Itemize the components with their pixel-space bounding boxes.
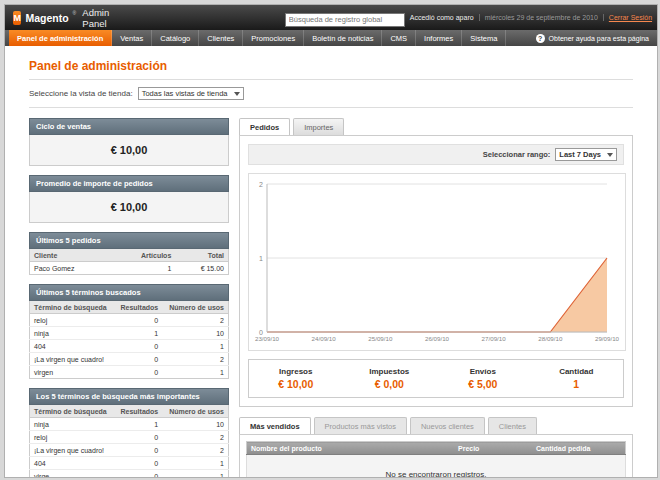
table-row: ninja110: [30, 327, 229, 340]
table-row: ¡La virgen que cuadro!02: [30, 353, 229, 366]
nav-item[interactable]: Ventas: [112, 30, 152, 46]
svg-text:29/09/10: 29/09/10: [595, 335, 620, 342]
svg-text:2: 2: [259, 181, 263, 188]
cell: ¡La virgen que cuadro!: [30, 444, 115, 457]
column-header: Número de usos: [162, 301, 228, 314]
cell: 1: [162, 457, 228, 470]
svg-text:1: 1: [259, 255, 263, 262]
cell: Paco Gomez: [30, 262, 112, 275]
current-date: miércoles 29 de septiembre de 2010: [479, 14, 603, 21]
cell: ninja: [30, 327, 115, 340]
range-select[interactable]: Last 7 Days: [555, 148, 617, 161]
totals-bar: Ingresos € 10,00 Impuestos € 0,00 Envíos…: [248, 359, 624, 398]
nav-item[interactable]: Panel de administración: [9, 30, 112, 46]
column-header: Número de usos: [162, 405, 228, 418]
last-search-terms-card: Últimos 5 términos buscados Término de b…: [29, 284, 229, 379]
header-bar: M Magento ® Admin Panel Accedió como apa…: [5, 5, 657, 30]
cell: 2: [162, 314, 228, 327]
column-header: Nombre del producto: [247, 442, 455, 455]
nav-item[interactable]: Informes: [416, 30, 462, 46]
cell: virgen: [30, 366, 115, 379]
svg-text:28/09/10: 28/09/10: [538, 335, 563, 342]
nav-item[interactable]: Sistema: [462, 30, 506, 46]
stat-value: € 5,00: [436, 378, 530, 390]
grid-tab[interactable]: Productos más vistos: [314, 417, 407, 434]
nav-item[interactable]: Boletín de noticias: [304, 30, 382, 46]
last-orders-card: Últimos 5 pedidos ClienteArtículosTotalP…: [29, 232, 229, 275]
svg-text:25/09/10: 25/09/10: [368, 335, 393, 342]
cell: 0: [114, 314, 162, 327]
empty-records-message: No se encontraron registros.: [246, 455, 626, 478]
card-title: Promedio de importe de pedidos: [29, 175, 229, 192]
stat-shipping: Envíos € 5,00: [436, 367, 530, 390]
nav-item[interactable]: CMS: [382, 30, 416, 46]
top-search-terms-card: Los 5 términos de búsqueda más important…: [29, 388, 229, 478]
cell: ¡La virgen que cuadro!: [30, 353, 115, 366]
help-link[interactable]: ? Obtener ayuda para esta página: [536, 30, 657, 46]
cell: 1: [162, 470, 228, 479]
header-row: Término de búsquedaResultadosNúmero de u…: [30, 301, 229, 314]
chart-tab[interactable]: Importes: [293, 118, 344, 135]
svg-text:27/09/10: 27/09/10: [482, 335, 507, 342]
orders-chart: 01223/09/1024/09/1025/09/1026/09/1027/09…: [248, 173, 626, 351]
brand-name: Magento: [25, 12, 68, 24]
table-row: 40401: [30, 340, 229, 353]
cell: reloj: [30, 431, 115, 444]
cell: 10: [162, 418, 228, 431]
header-row: Nombre del productoPrecioCantidad pedida: [247, 442, 626, 455]
chart-tab[interactable]: Pedidos: [239, 118, 290, 135]
stat-quantity: Cantidad 1: [530, 367, 624, 390]
cell: 0: [114, 444, 162, 457]
range-value: Last 7 Days: [559, 150, 601, 159]
stat-label: Impuestos: [343, 367, 437, 376]
dashboard-right-column: PedidosImportes Seleccionar rango: Last …: [239, 118, 633, 478]
brand: M Magento ® Admin Panel: [13, 7, 115, 29]
lifetime-sales-card: Ciclo de ventas € 10,00: [29, 118, 229, 166]
column-header: Total: [175, 249, 228, 262]
cell: reloj: [30, 314, 115, 327]
stat-revenue: Ingresos € 10,00: [249, 367, 343, 390]
table-row: ¡La virgen que cuadro!02: [30, 444, 229, 457]
global-search: [285, 8, 405, 27]
table-row: ninja110: [30, 418, 229, 431]
header-user-info: Accedió como aparo miércoles 29 de septi…: [405, 14, 657, 21]
last-orders-table: ClienteArtículosTotalPaco Gomez1€ 15.00: [29, 249, 229, 275]
store-view-value: Todas las vistas de tienda: [142, 89, 228, 98]
cell: 1: [114, 418, 162, 431]
grid-tab[interactable]: Nuevos clientes: [410, 417, 485, 434]
cell: 0: [114, 366, 162, 379]
cell: ninja: [30, 418, 115, 431]
column-header: Término de búsqueda: [30, 405, 115, 418]
table-row: reloj02: [30, 431, 229, 444]
cell: 0: [114, 340, 162, 353]
chevron-down-icon: [234, 92, 240, 96]
nav-item[interactable]: Promociones: [243, 30, 304, 46]
cell: 1: [162, 366, 228, 379]
nav-item[interactable]: Catálogo: [152, 30, 199, 46]
header-row: Término de búsquedaResultadosNúmero de u…: [30, 405, 229, 418]
stat-label: Envíos: [436, 367, 530, 376]
products-grid: Nombre del productoPrecioCantidad pedida…: [239, 434, 633, 478]
grid-tabs: Más vendidosProductos más vistosNuevos c…: [239, 417, 633, 434]
orders-chart-svg: 01223/09/1024/09/1025/09/1026/09/1027/09…: [249, 174, 623, 350]
cell: € 15.00: [175, 262, 228, 275]
grid-tab[interactable]: Clientes: [488, 417, 537, 434]
column-header: Artículos: [111, 249, 175, 262]
cell: 2: [162, 444, 228, 457]
stat-label: Cantidad: [530, 367, 624, 376]
store-view-switcher: Seleccione la vista de tienda: Todas las…: [29, 80, 633, 108]
column-header: Término de búsqueda: [30, 301, 115, 314]
logout-link[interactable]: Cerrar Sesión: [609, 14, 652, 21]
average-orders-value: € 10,00: [29, 192, 229, 223]
stat-tax: Impuestos € 0,00: [343, 367, 437, 390]
grid-tab[interactable]: Más vendidos: [239, 417, 311, 434]
table-row: Paco Gomez1€ 15.00: [30, 262, 229, 275]
range-selector-row: Seleccionar rango: Last 7 Days: [248, 144, 624, 165]
store-view-select[interactable]: Todas las vistas de tienda: [138, 87, 244, 100]
table-row: 40401: [30, 457, 229, 470]
global-search-input[interactable]: [285, 13, 405, 27]
cell: 2: [162, 431, 228, 444]
cell: 1: [162, 340, 228, 353]
nav-item[interactable]: Clientes: [199, 30, 243, 46]
products-table: Nombre del productoPrecioCantidad pedida: [246, 441, 626, 455]
